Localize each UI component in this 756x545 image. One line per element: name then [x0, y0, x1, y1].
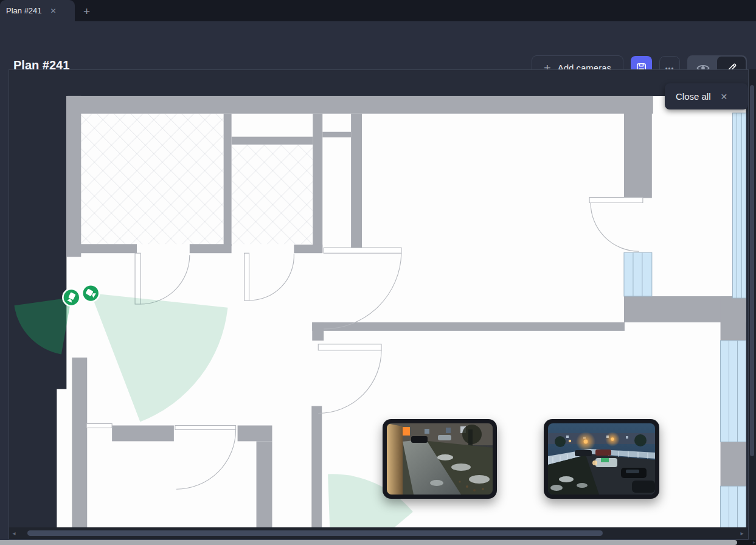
camera-preview-2[interactable] [544, 419, 659, 499]
close-all-button[interactable]: Close all ✕ [665, 83, 748, 109]
camera-1-marker[interactable] [63, 289, 80, 306]
tab-plan-241[interactable]: Plan #241 ✕ [0, 0, 75, 21]
scroll-left-arrow-icon[interactable]: ◂ [9, 530, 19, 536]
camera-preview-2-video [548, 423, 655, 495]
page-vertical-scrollbar[interactable] [749, 69, 756, 545]
camera-2-marker[interactable] [82, 285, 99, 302]
app-window: Plan #241 ✕ + Plan #241 + Add cameras [0, 0, 756, 545]
camera-1-view-cone [14, 297, 71, 354]
tab-bar: Plan #241 ✕ + [0, 0, 756, 21]
header: Plan #241 + Add cameras ••• [0, 21, 756, 69]
close-all-label: Close all [676, 91, 711, 102]
camera-preview-1[interactable] [383, 419, 497, 499]
plan-canvas[interactable]: Close all ✕ [9, 69, 749, 540]
plan-horizontal-scrollbar-thumb[interactable] [27, 530, 603, 536]
tab-close-icon[interactable]: ✕ [50, 7, 57, 15]
tab-title: Plan #241 [6, 6, 42, 15]
camera-preview-1-video [387, 423, 493, 495]
scroll-right-arrow-icon[interactable]: ▸ [737, 530, 747, 536]
page-horizontal-scrollbar[interactable]: ▸ [0, 540, 756, 545]
page-horizontal-scrollbar-thumb[interactable] [0, 540, 737, 545]
page-vertical-scrollbar-thumb[interactable] [750, 85, 754, 456]
page-scroll-right-arrow-icon[interactable]: ▸ [753, 540, 755, 545]
plan-horizontal-scrollbar[interactable]: ◂ ▸ [9, 527, 748, 539]
new-tab-button[interactable]: + [83, 5, 90, 18]
close-icon: ✕ [721, 92, 728, 101]
